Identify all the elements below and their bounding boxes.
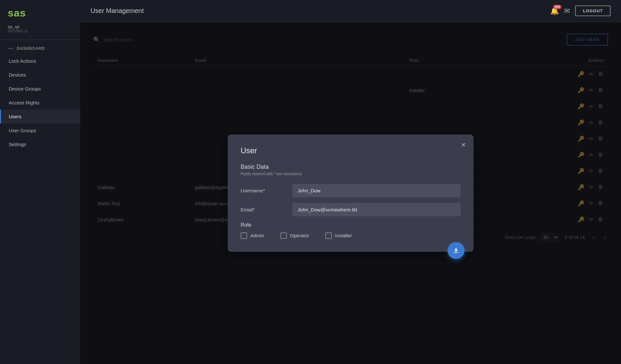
header-actions: 🔔 500 ✉ LOGOUT <box>550 5 611 16</box>
sidebar-item-user-groups[interactable]: User Groups <box>0 123 80 137</box>
checkbox-installer[interactable] <box>325 232 332 239</box>
basic-data-title: Basic Data <box>241 164 461 170</box>
sidebar: sas qa_qa 20210821.r1 DASHBOARD Lock Act… <box>0 0 80 364</box>
notification-badge: 500 <box>553 5 562 9</box>
role-section: Role Admin Operator Installer <box>241 222 461 239</box>
sidebar-user-info: qa_qa 20210821.r1 <box>0 22 80 39</box>
checkbox-admin[interactable] <box>241 232 247 239</box>
modal-overlay: User × Basic Data Fields marked with * a… <box>80 22 621 364</box>
role-options: Admin Operator Installer <box>241 232 461 239</box>
email-row: Email* <box>241 203 461 216</box>
sidebar-version: 20210821.r1 <box>8 29 72 33</box>
sidebar-item-device-groups[interactable]: Device Groups <box>0 82 80 96</box>
email-input[interactable] <box>292 203 461 216</box>
notification-button[interactable]: 🔔 500 <box>550 7 559 15</box>
modal-save-button[interactable] <box>448 242 464 259</box>
download-icon <box>452 247 460 254</box>
sidebar-divider <box>0 39 80 40</box>
role-title: Role <box>241 222 461 228</box>
sidebar-item-access-rights[interactable]: Access Rights <box>0 96 80 110</box>
role-option-operator[interactable]: Operator <box>280 232 309 239</box>
logout-button[interactable]: LOGOUT <box>575 5 611 16</box>
role-label-admin: Admin <box>250 233 264 238</box>
sidebar-item-devices[interactable]: Devices <box>0 68 80 82</box>
username-row: Username* <box>241 184 461 197</box>
mail-button[interactable]: ✉ <box>564 7 570 15</box>
logo-area: sas <box>0 0 80 22</box>
role-option-installer[interactable]: Installer <box>325 232 352 239</box>
modal-dialog: User × Basic Data Fields marked with * a… <box>228 134 474 252</box>
header: User Management 🔔 500 ✉ LOGOUT <box>80 0 621 22</box>
content-area: 🔍 ADD USER Username Email Role Actions 🔑 <box>80 22 621 364</box>
basic-data-subtitle: Fields marked with * are mandatory <box>241 172 461 176</box>
mail-icon: ✉ <box>564 7 570 15</box>
username-label: Username* <box>241 188 292 193</box>
sidebar-section-text: DASHBOARD <box>17 46 45 51</box>
sidebar-section-label: DASHBOARD <box>0 43 80 54</box>
page-title: User Management <box>91 7 550 15</box>
role-option-admin[interactable]: Admin <box>241 232 264 239</box>
app-logo: sas <box>8 7 72 19</box>
username-input[interactable] <box>292 184 461 197</box>
sidebar-dash <box>8 48 14 49</box>
modal-close-button[interactable]: × <box>461 141 466 149</box>
sidebar-item-lock-actions[interactable]: Lock Actions <box>0 54 80 68</box>
checkbox-operator[interactable] <box>280 232 287 239</box>
sidebar-username: qa_qa <box>8 24 72 29</box>
modal-title: User <box>241 146 461 155</box>
sidebar-item-users[interactable]: Users <box>0 110 80 123</box>
role-label-operator: Operator <box>290 233 309 238</box>
role-label-installer: Installer <box>335 233 352 238</box>
main-area: User Management 🔔 500 ✉ LOGOUT 🔍 ADD USE… <box>80 0 621 364</box>
sidebar-nav: Lock ActionsDevicesDevice GroupsAccess R… <box>0 54 80 151</box>
email-label: Email* <box>241 207 292 212</box>
sidebar-item-settings[interactable]: Settings <box>0 137 80 151</box>
